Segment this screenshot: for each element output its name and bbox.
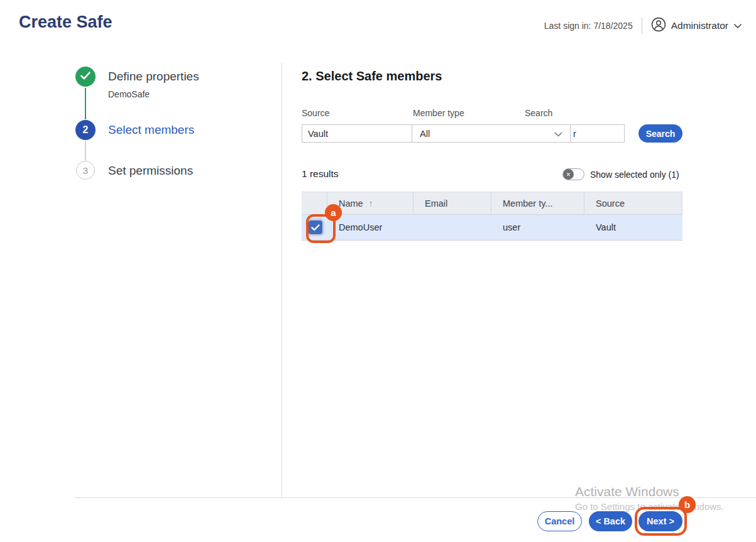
cancel-button[interactable]: Cancel xyxy=(537,511,582,531)
header-member-type[interactable]: Member ty... xyxy=(491,192,584,214)
members-table: Name ↑ Email Member ty... Source DemoUse… xyxy=(302,192,682,241)
table-row[interactable]: DemoUser user Vault xyxy=(302,215,682,241)
step-1-sublabel: DemoSafe xyxy=(108,89,150,99)
header-separator xyxy=(642,18,642,34)
create-safe-page: Create Safe Last sign in: 7/18/2025 Admi… xyxy=(0,0,756,542)
row-name: DemoUser xyxy=(327,222,414,232)
step-connector-done xyxy=(85,88,86,119)
step-3-indicator[interactable]: 3 xyxy=(76,161,95,180)
chevron-down-icon xyxy=(554,129,562,139)
member-type-value: All xyxy=(420,129,430,139)
show-selected-toggle[interactable]: ✕ xyxy=(562,168,584,180)
header-name[interactable]: Name ↑ xyxy=(327,192,414,214)
show-selected-label: Show selected only (1) xyxy=(590,170,679,180)
activate-windows-subtext: Go to Settings to activate Windows. xyxy=(575,501,724,512)
header-email[interactable]: Email xyxy=(414,192,491,214)
step-1-label[interactable]: Define properties xyxy=(108,70,199,84)
sort-asc-icon: ↑ xyxy=(369,198,373,208)
page-title: Create Safe xyxy=(19,13,112,32)
last-sign-in-text: Last sign in: 7/18/2025 xyxy=(544,21,633,31)
user-menu[interactable]: Administrator xyxy=(651,17,742,35)
step-2-indicator[interactable]: 2 xyxy=(75,120,96,140)
row-source: Vault xyxy=(584,222,682,232)
row-member-type: user xyxy=(491,222,584,232)
back-button[interactable]: < Back xyxy=(589,511,632,531)
step-2-label[interactable]: Select members xyxy=(108,123,194,137)
chevron-down-icon xyxy=(733,20,742,31)
header-source[interactable]: Source xyxy=(584,192,682,214)
source-input[interactable] xyxy=(302,124,412,143)
row-checkbox-cell xyxy=(302,220,327,234)
search-input[interactable] xyxy=(570,124,625,143)
section-heading: 2. Select Safe members xyxy=(302,69,442,84)
step-connector-upcoming xyxy=(85,141,86,160)
check-icon xyxy=(80,71,90,82)
source-label: Source xyxy=(302,108,329,118)
table-header-row: Name ↑ Email Member ty... Source xyxy=(302,192,682,215)
search-button[interactable]: Search xyxy=(638,124,682,143)
next-button[interactable]: Next > xyxy=(638,511,682,531)
step-1-indicator[interactable] xyxy=(75,67,96,87)
search-label: Search xyxy=(525,108,552,118)
step-3-label[interactable]: Set permissions xyxy=(108,164,193,178)
toggle-x-icon: ✕ xyxy=(563,169,574,180)
header-user-area: Last sign in: 7/18/2025 Administrator xyxy=(544,17,742,35)
results-count: 1 results xyxy=(302,168,339,180)
stepper-content-divider xyxy=(282,63,282,497)
member-type-select[interactable]: All xyxy=(412,124,571,143)
member-type-label: Member type xyxy=(413,108,464,118)
user-avatar-icon xyxy=(651,17,666,35)
header-name-label: Name xyxy=(339,198,363,209)
user-name: Administrator xyxy=(671,20,728,31)
row-checkbox[interactable] xyxy=(309,220,322,234)
activate-windows-watermark: Activate Windows xyxy=(575,484,679,499)
header-checkbox-cell xyxy=(302,192,327,214)
